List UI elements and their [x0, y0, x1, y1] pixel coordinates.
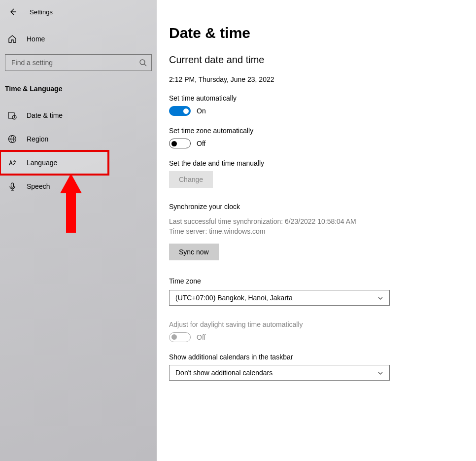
nav-item-label: Date & time: [27, 111, 63, 119]
toggle-dst: [169, 332, 191, 342]
search-icon: [139, 59, 147, 67]
language-icon: [8, 158, 17, 167]
label-timezone: Time zone: [169, 277, 456, 285]
svg-rect-4: [11, 183, 14, 187]
nav-item-label: Speech: [27, 182, 50, 190]
nav-home[interactable]: Home: [0, 30, 157, 48]
timezone-value: (UTC+07:00) Bangkok, Hanoi, Jakarta: [175, 294, 293, 302]
annotation-arrow-icon: [60, 174, 82, 234]
main-content: Date & time Current date and time 2:12 P…: [157, 0, 476, 461]
nav-item-language[interactable]: Language: [0, 151, 108, 175]
label-additional-calendars: Show additional calendars in the taskbar: [169, 353, 456, 361]
chevron-down-icon: [377, 370, 383, 376]
chevron-down-icon: [377, 295, 383, 301]
calendars-select[interactable]: Don't show additional calendars: [169, 365, 390, 381]
current-datetime: 2:12 PM, Thursday, June 23, 2022: [169, 75, 456, 83]
label-set-manually: Set the date and time manually: [169, 159, 456, 167]
sync-last: Last successful time synchronization: 6/…: [169, 216, 456, 226]
nav-home-label: Home: [27, 35, 45, 43]
change-button: Change: [169, 171, 213, 188]
svg-point-0: [140, 60, 145, 65]
toggle-state-set-tz-auto: Off: [197, 140, 205, 147]
sidebar: Settings Home Time & Language Date & tim…: [0, 0, 157, 461]
nav-item-label: Language: [27, 159, 57, 167]
nav-item-region[interactable]: Region: [0, 127, 157, 151]
back-arrow-icon: [9, 8, 17, 16]
calendar-clock-icon: [8, 111, 17, 120]
globe-icon: [8, 135, 17, 143]
sync-now-button[interactable]: Sync now: [169, 244, 219, 260]
search-input[interactable]: [5, 54, 152, 71]
label-set-tz-auto: Set time zone automatically: [169, 127, 456, 135]
nav-item-label: Region: [27, 135, 48, 143]
sync-info: Last successful time synchronization: 6/…: [169, 216, 456, 237]
toggle-set-time-auto[interactable]: [169, 106, 191, 116]
category-title: Time & Language: [0, 71, 157, 98]
page-title: Date & time: [169, 25, 456, 41]
sync-server: Time server: time.windows.com: [169, 226, 456, 236]
toggle-set-tz-auto[interactable]: [169, 139, 191, 148]
calendars-value: Don't show additional calendars: [175, 369, 272, 377]
timezone-select[interactable]: (UTC+07:00) Bangkok, Hanoi, Jakarta: [169, 290, 390, 306]
label-set-time-auto: Set time automatically: [169, 94, 456, 102]
toggle-state-set-time-auto: On: [197, 107, 206, 115]
microphone-icon: [8, 182, 17, 191]
nav-item-date-time[interactable]: Date & time: [0, 104, 157, 127]
back-button[interactable]: [8, 7, 18, 17]
toggle-state-dst: Off: [197, 333, 205, 341]
app-title: Settings: [30, 8, 53, 16]
label-dst: Adjust for daylight saving time automati…: [169, 320, 456, 328]
svg-marker-5: [60, 174, 82, 233]
sync-title: Synchronize your clock: [169, 203, 456, 211]
search-wrap: [5, 54, 152, 71]
section-current-title: Current date and time: [169, 54, 456, 66]
home-icon: [8, 35, 17, 43]
